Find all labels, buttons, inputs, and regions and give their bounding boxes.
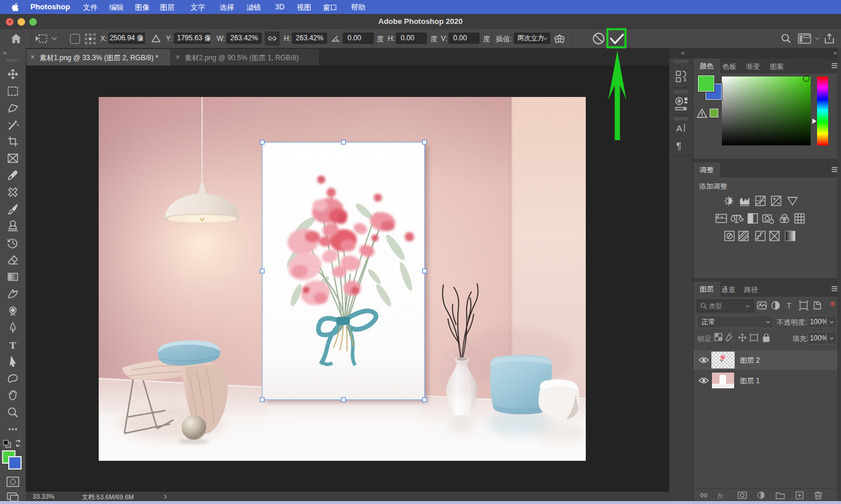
svg-text:T: T — [787, 301, 791, 310]
svg-text:A: A — [676, 123, 682, 133]
svg-text:T: T — [9, 340, 16, 351]
svg-text:fx: fx — [718, 492, 723, 500]
svg-text:»: » — [3, 49, 6, 56]
svg-text:¶: ¶ — [676, 141, 682, 151]
